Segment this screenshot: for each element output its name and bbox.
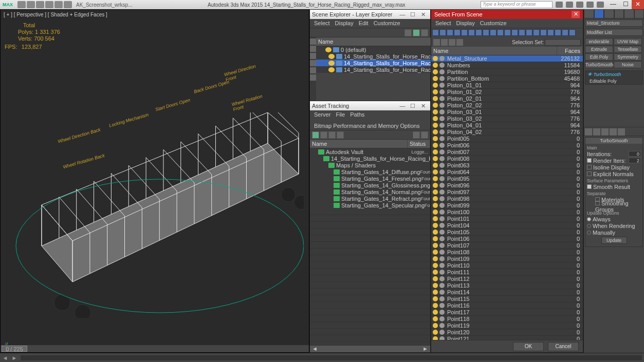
scene-list-row[interactable]: Numbers11584 [431,62,583,69]
stack-unique-icon[interactable] [601,128,609,136]
scene-list-row[interactable]: Point1040 [431,222,583,229]
cmd-tab-modify[interactable] [594,9,604,18]
visibility-icon[interactable] [433,83,438,88]
minimize-button[interactable]: — [607,0,619,9]
scene-list-row[interactable]: Point0980 [431,196,583,202]
scene-tb-icon[interactable] [456,39,463,46]
visibility-icon[interactable] [433,250,438,255]
asset-minimize-button[interactable]: — [397,103,408,109]
asset-menu-item[interactable]: Paths [350,111,364,118]
cmd-tab-hierarchy[interactable] [604,9,614,18]
rollout-header[interactable]: TurboSmooth [585,138,642,144]
scene-col-name[interactable]: Name [431,47,557,55]
freeze-icon[interactable] [439,143,445,148]
asset-tb-icon[interactable] [312,131,319,139]
favorites-icon[interactable] [586,2,594,8]
modifier-stack[interactable]: 👁 TurboSmoothEditable Poly [585,70,643,85]
freeze-icon[interactable] [439,176,445,181]
visibility-icon[interactable] [433,163,438,168]
visibility-icon[interactable] [433,196,438,201]
scene-list-row[interactable]: Point1160 [431,302,583,309]
freeze-icon[interactable] [439,69,445,74]
asset-scrollbar[interactable]: ◄► [310,345,430,352]
layer-tb-icon[interactable] [413,29,420,36]
modifier-button[interactable]: TurboSmooth [585,61,613,68]
scene-filter-icon[interactable] [439,29,446,36]
cmd-tab-display[interactable] [624,9,634,18]
scene-ok-button[interactable]: OK [513,342,544,351]
scene-list-row[interactable]: Point1090 [431,256,583,262]
workspace-dropdown[interactable]: AK_Screenshot_wrksp... [76,2,133,8]
visibility-icon[interactable] [433,96,438,101]
visibility-icon[interactable] [328,54,335,59]
scene-filter-icon[interactable] [497,29,504,36]
visibility-icon[interactable] [433,109,438,115]
scene-col-faces[interactable]: Faces [557,47,583,55]
freeze-icon[interactable] [439,316,445,321]
visibility-icon[interactable] [433,310,438,315]
visibility-icon[interactable] [433,316,438,321]
visibility-icon[interactable] [433,123,438,128]
layer-menu-edit[interactable]: Edit [359,20,369,27]
asset-tb-icon[interactable] [320,131,327,139]
scene-list-row[interactable]: Point0970 [431,189,583,196]
stack-remove-icon[interactable] [610,128,617,136]
visibility-icon[interactable] [433,256,438,261]
visibility-icon[interactable] [433,116,438,121]
scene-list[interactable]: Metal_Structure226132Numbers11584Partiti… [431,55,583,340]
freeze-icon[interactable] [439,303,445,308]
freeze-icon[interactable] [439,103,445,108]
scene-tb-icon[interactable] [433,39,440,46]
freeze-icon[interactable] [439,310,445,315]
visibility-icon[interactable] [433,323,438,328]
asset-col-name[interactable]: Name [310,140,408,148]
freeze-icon[interactable] [439,230,445,235]
scene-filter-icon[interactable] [504,29,511,36]
qat-link-icon[interactable] [64,1,72,8]
smooth-result-checkbox[interactable] [587,184,592,189]
visibility-icon[interactable] [433,169,438,175]
freeze-icon[interactable] [439,56,445,61]
visibility-icon[interactable] [433,189,438,195]
scene-filter-icon[interactable] [468,29,475,36]
scene-list-row[interactable]: Point1100 [431,262,583,269]
qat-save-icon[interactable] [36,1,44,8]
visibility-icon[interactable] [433,183,438,188]
visibility-icon[interactable] [328,61,335,66]
freeze-icon[interactable] [439,169,445,175]
scene-list-row[interactable]: Point0960 [431,182,583,189]
visibility-icon[interactable] [433,76,438,81]
help-icon[interactable] [597,2,604,8]
visibility-icon[interactable] [433,56,438,61]
iterations-spinner[interactable]: 0 [629,151,641,157]
cmd-tab-create[interactable] [584,9,594,18]
visibility-icon[interactable] [433,336,438,340]
render-iters-checkbox[interactable] [587,158,592,163]
visibility-icon[interactable] [433,276,438,281]
scene-tb-icon[interactable] [449,39,455,46]
scene-list-row[interactable]: Partition19680 [431,69,583,75]
scene-list-row[interactable]: Point1080 [431,249,583,256]
visibility-icon[interactable] [433,330,438,335]
visibility-icon[interactable] [433,156,438,161]
qat-undo-icon[interactable] [45,1,53,8]
freeze-icon[interactable] [439,243,445,248]
freeze-icon[interactable] [439,83,445,88]
qat-open-icon[interactable] [27,1,35,8]
stack-show-icon[interactable] [593,128,600,136]
communication-icon[interactable] [576,2,583,8]
freeze-icon[interactable] [439,76,445,81]
qat-redo-icon[interactable] [54,1,63,8]
update-rendering-radio[interactable] [587,224,591,228]
scene-menu-customize[interactable]: Customize [480,20,507,27]
freeze-icon[interactable] [439,183,445,188]
visibility-icon[interactable] [433,283,438,288]
scene-list-row[interactable]: Point1180 [431,316,583,322]
visibility-icon[interactable] [433,216,438,221]
scene-cancel-button[interactable]: Cancel [548,342,579,351]
scene-list-row[interactable]: Point1010 [431,216,583,222]
scene-list-row[interactable]: Piston_03_01964 [431,109,583,116]
asset-tree-row[interactable]: Starting_Gates_14_Glossiness.pngFound [310,182,430,188]
visibility-icon[interactable] [433,263,438,268]
freeze-icon[interactable] [439,163,445,168]
